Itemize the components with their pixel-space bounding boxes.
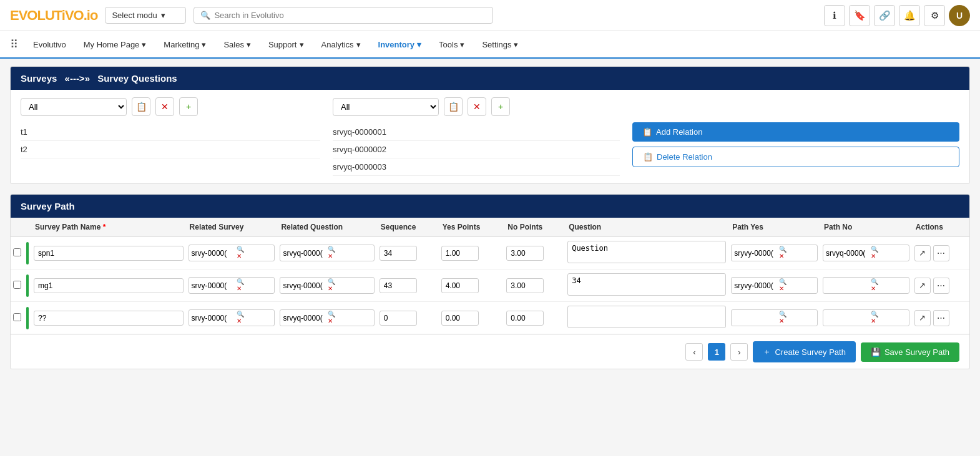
- list-item[interactable]: t2: [21, 141, 320, 158]
- row-more-btn[interactable]: ⋯: [933, 278, 949, 294]
- path-yes-input[interactable]: [734, 314, 778, 323]
- related-question-input[interactable]: [283, 281, 326, 290]
- link-icon-btn[interactable]: 🔗: [874, 5, 895, 26]
- nav-item-marketing[interactable]: Marketing▾: [156, 34, 213, 56]
- yes-points-input[interactable]: [441, 311, 479, 326]
- question-textarea[interactable]: Question: [567, 241, 726, 263]
- left-copy-btn[interactable]: 📋: [132, 97, 150, 116]
- row-name-input[interactable]: [34, 278, 184, 293]
- grid-icon[interactable]: ⠿: [10, 37, 18, 51]
- search-small-icon[interactable]: 🔍: [328, 246, 335, 253]
- row-name-input[interactable]: [34, 311, 184, 326]
- info-icon-btn[interactable]: ℹ: [824, 5, 845, 26]
- question-textarea[interactable]: 34: [567, 273, 726, 296]
- sequence-input[interactable]: [380, 311, 417, 326]
- path-yes-input[interactable]: [734, 281, 778, 290]
- related-question-input[interactable]: [283, 314, 326, 323]
- avatar[interactable]: U: [949, 5, 970, 26]
- list-item[interactable]: srvyq-0000003: [333, 158, 620, 176]
- row-checkbox[interactable]: [13, 248, 21, 256]
- row-related-survey-cell: 🔍 ✕: [186, 302, 278, 334]
- clear-small-icon[interactable]: ✕: [328, 253, 335, 260]
- path-no-input[interactable]: [826, 249, 870, 258]
- left-clear-btn[interactable]: ✕: [155, 97, 174, 116]
- path-yes-input[interactable]: [734, 249, 778, 258]
- search-small-icon[interactable]: 🔍: [779, 246, 786, 253]
- delete-relation-button[interactable]: 📋 Delete Relation: [632, 147, 959, 167]
- add-relation-button[interactable]: 📋 Add Relation: [632, 122, 959, 142]
- row-checkbox[interactable]: [13, 313, 21, 321]
- list-item[interactable]: t1: [21, 124, 320, 141]
- right-filter-select[interactable]: All: [333, 98, 439, 116]
- sequence-input[interactable]: [380, 278, 417, 293]
- list-item[interactable]: srvyq-0000002: [333, 141, 620, 158]
- module-select[interactable]: Select modu ▾: [105, 7, 186, 24]
- bell-icon-btn[interactable]: 🔔: [899, 5, 920, 26]
- nav-item-inventory[interactable]: Inventory▾: [371, 34, 429, 56]
- search-small-icon[interactable]: 🔍: [328, 279, 335, 285]
- clear-small-icon[interactable]: ✕: [779, 286, 786, 292]
- question-textarea[interactable]: [567, 306, 726, 328]
- left-add-btn[interactable]: +: [179, 97, 198, 116]
- clear-small-icon[interactable]: ✕: [328, 286, 335, 292]
- clear-small-icon[interactable]: ✕: [779, 318, 786, 324]
- no-points-input[interactable]: [506, 311, 544, 326]
- search-small-icon[interactable]: 🔍: [237, 246, 244, 253]
- gear-icon-btn[interactable]: ⚙: [924, 5, 945, 26]
- row-more-btn[interactable]: ⋯: [933, 310, 949, 326]
- related-question-input[interactable]: [283, 249, 326, 258]
- clear-small-icon[interactable]: ✕: [871, 253, 878, 260]
- search-small-icon[interactable]: 🔍: [328, 311, 335, 318]
- no-points-input[interactable]: [506, 246, 544, 261]
- related-survey-input[interactable]: [192, 281, 235, 290]
- path-no-input[interactable]: [826, 281, 870, 290]
- list-item[interactable]: srvyq-0000001: [333, 124, 620, 141]
- nav-item-tools[interactable]: Tools▾: [431, 34, 472, 56]
- search-small-icon[interactable]: 🔍: [779, 279, 786, 285]
- bookmark-icon-btn[interactable]: 🔖: [849, 5, 870, 26]
- search-input[interactable]: [214, 11, 486, 20]
- related-survey-input[interactable]: [192, 314, 235, 323]
- sequence-input[interactable]: [380, 246, 417, 261]
- prev-page-btn[interactable]: ‹: [685, 343, 703, 361]
- left-filter-select[interactable]: All: [21, 98, 127, 116]
- chevron-down-icon: ▾: [247, 40, 251, 49]
- path-no-input[interactable]: [826, 314, 870, 323]
- save-survey-path-button[interactable]: 💾 Save Survey Path: [861, 342, 959, 362]
- nav-item-support[interactable]: Support▾: [261, 34, 311, 56]
- nav-item-sales[interactable]: Sales▾: [216, 34, 258, 56]
- clear-small-icon[interactable]: ✕: [237, 253, 244, 260]
- right-add-btn[interactable]: +: [491, 97, 510, 116]
- search-small-icon[interactable]: 🔍: [237, 311, 244, 318]
- search-small-icon[interactable]: 🔍: [871, 311, 878, 318]
- next-page-btn[interactable]: ›: [730, 343, 748, 361]
- row-more-btn[interactable]: ⋯: [933, 245, 949, 261]
- clear-small-icon[interactable]: ✕: [328, 318, 335, 324]
- create-survey-path-button[interactable]: ＋ Create Survey Path: [753, 341, 855, 362]
- nav-item-evolutivo[interactable]: Evolutivo: [26, 34, 74, 56]
- yes-points-input[interactable]: [441, 278, 479, 293]
- row-open-btn[interactable]: ↗: [914, 278, 931, 294]
- search-small-icon[interactable]: 🔍: [237, 279, 244, 285]
- search-small-icon[interactable]: 🔍: [779, 311, 786, 318]
- row-open-btn[interactable]: ↗: [914, 245, 931, 261]
- logo[interactable]: EVOLUTiVO.io: [10, 7, 97, 24]
- related-survey-input[interactable]: [192, 249, 235, 258]
- nav-item-analytics[interactable]: Analytics▾: [314, 34, 368, 56]
- clear-small-icon[interactable]: ✕: [871, 318, 878, 324]
- right-copy-btn[interactable]: 📋: [444, 97, 463, 116]
- nav-item-myhomepage[interactable]: My Home Page▾: [76, 34, 154, 56]
- clear-small-icon[interactable]: ✕: [237, 286, 244, 292]
- right-clear-btn[interactable]: ✕: [468, 97, 486, 116]
- nav-item-settings[interactable]: Settings▾: [474, 34, 526, 56]
- row-name-input[interactable]: [34, 246, 184, 261]
- row-open-btn[interactable]: ↗: [914, 310, 931, 326]
- row-checkbox[interactable]: [13, 281, 21, 289]
- yes-points-input[interactable]: [441, 246, 479, 261]
- no-points-input[interactable]: [506, 278, 544, 293]
- clear-small-icon[interactable]: ✕: [871, 286, 878, 292]
- search-small-icon[interactable]: 🔍: [871, 279, 878, 285]
- clear-small-icon[interactable]: ✕: [237, 318, 244, 324]
- search-small-icon[interactable]: 🔍: [871, 246, 878, 253]
- clear-small-icon[interactable]: ✕: [779, 253, 786, 260]
